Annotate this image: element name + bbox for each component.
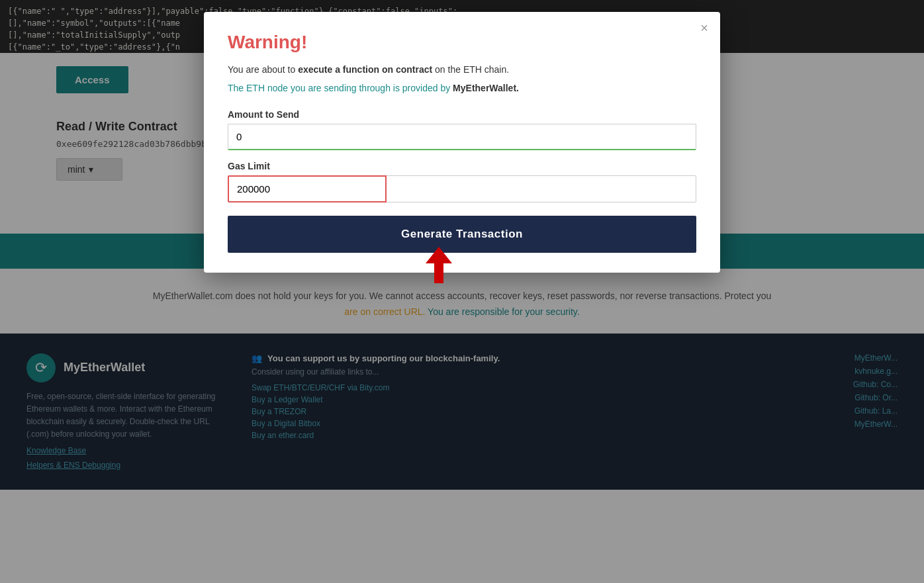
modal-desc-suffix: on the ETH chain. — [432, 64, 509, 75]
modal-desc-line1: You are about to execute a function on c… — [228, 62, 696, 77]
gas-limit-section — [228, 175, 696, 202]
modal-desc-line2: The ETH node you are sending through is … — [228, 81, 696, 95]
gas-inputs-wrapper — [228, 175, 696, 202]
gas-limit-highlighted-input[interactable] — [228, 175, 387, 202]
generate-transaction-button[interactable]: Generate Transaction — [228, 216, 696, 253]
gas-label: Gas Limit — [228, 161, 696, 171]
modal-mew-name: MyEtherWallet. — [453, 83, 519, 93]
generate-btn-container: Generate Transaction — [228, 216, 696, 253]
amount-label: Amount to Send — [228, 109, 696, 120]
modal-title: Warning! — [228, 32, 696, 53]
red-arrow-icon — [416, 244, 462, 287]
red-arrow-container — [416, 244, 462, 289]
modal-desc2-prefix: The ETH node you are sending through is … — [228, 83, 453, 93]
warning-modal: × Warning! You are about to execute a fu… — [204, 12, 720, 273]
gas-limit-rest-input[interactable] — [387, 175, 696, 202]
modal-close-button[interactable]: × — [700, 21, 708, 34]
modal-desc-bold: execute a function on contract — [298, 64, 432, 75]
svg-marker-0 — [426, 247, 452, 283]
modal-desc-prefix: You are about to — [228, 64, 298, 75]
amount-input[interactable] — [228, 124, 696, 150]
